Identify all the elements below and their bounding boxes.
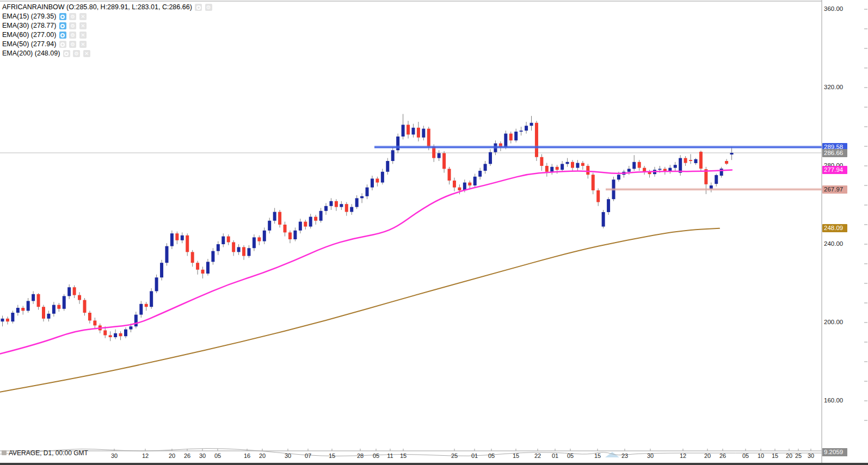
remove-x-icon[interactable]: ✕ — [83, 50, 90, 57]
visibility-eye-icon[interactable] — [59, 22, 66, 29]
candle-body — [715, 175, 718, 184]
date-label: 10 — [758, 452, 764, 459]
candle-body — [217, 244, 220, 251]
date-label: 30 — [285, 452, 291, 459]
visibility-eye-icon[interactable] — [59, 13, 66, 20]
settings-gear-icon[interactable]: ⚙ — [69, 41, 76, 48]
candle-body — [530, 123, 533, 126]
candle-body — [63, 296, 66, 308]
indicator-name: EMA(15) — [2, 13, 29, 20]
remove-x-icon[interactable]: ✕ — [79, 13, 87, 20]
candle-body — [556, 167, 559, 170]
candle-body — [617, 175, 620, 179]
settings-gear-icon[interactable]: ⚙ — [205, 4, 212, 11]
candle-body — [422, 129, 425, 138]
indicator-value: (277.00) — [31, 31, 57, 39]
y-tick-label: 200.00 — [824, 319, 843, 325]
date-label: 25 — [451, 452, 458, 459]
date-label: 16 — [244, 452, 250, 459]
candle-body — [42, 307, 45, 319]
indicator-label: EMA(15) (279.35) — [2, 13, 58, 20]
candle-body — [109, 335, 112, 337]
candle-body — [694, 159, 697, 163]
candle-body — [684, 158, 687, 163]
date-label: 05 — [488, 452, 495, 459]
candle-body — [514, 132, 518, 140]
ema50-line[interactable] — [0, 170, 732, 354]
lock-icon — [2, 450, 7, 455]
date-label: 30 — [111, 452, 118, 459]
candle-body — [16, 308, 20, 313]
date-label: 05 — [742, 452, 749, 459]
eye-icon — [60, 33, 65, 38]
date-label: 15 — [594, 452, 601, 459]
candle-body — [314, 217, 317, 221]
symbol-ohlc-values: (O:285.80, H:289.91, L:283.01, C:286.66) — [66, 3, 192, 11]
date-label: 25 — [795, 452, 802, 459]
date-label: 15 — [772, 452, 778, 459]
candle-body — [561, 164, 564, 170]
legend-row-ema60: EMA(60) (277.00) ⚙ ✕ — [2, 30, 212, 40]
candle-body — [170, 233, 174, 246]
settings-gear-icon[interactable]: ⚙ — [69, 13, 76, 20]
ema200-line[interactable] — [0, 228, 719, 392]
eye-icon — [60, 15, 65, 19]
indicator-value: (277.94) — [31, 40, 57, 48]
candle-body — [484, 164, 487, 171]
candle-body — [571, 162, 574, 168]
support-price-label: 267.97 — [822, 185, 847, 194]
remove-x-icon[interactable]: ✕ — [79, 32, 87, 39]
candle-body — [57, 305, 60, 309]
candle-body — [268, 221, 271, 231]
candle-body — [453, 181, 456, 188]
candle-body — [47, 314, 50, 319]
settings-gear-icon[interactable]: ⚙ — [73, 50, 80, 57]
candle-body — [468, 183, 471, 185]
date-label: 15 — [513, 452, 519, 459]
indicator-label: EMA(60) (277.00) — [2, 31, 58, 39]
visibility-eye-icon[interactable] — [195, 4, 202, 11]
chart-frame — [0, 0, 867, 465]
candle-body — [478, 171, 482, 177]
date-label: 05 — [567, 452, 574, 459]
candle-body — [221, 237, 225, 244]
candle-body — [88, 313, 91, 320]
visibility-eye-icon[interactable] — [59, 32, 66, 39]
indicator-value: (248.09) — [35, 49, 60, 57]
candle-body — [473, 177, 477, 185]
candle-body — [725, 161, 728, 164]
candle-body — [124, 330, 127, 337]
candle-body — [93, 320, 96, 325]
candle-body — [438, 153, 441, 158]
candle-body — [586, 166, 589, 175]
candle-body — [442, 153, 446, 169]
visibility-eye-icon[interactable] — [59, 41, 66, 48]
candlestick-chart[interactable] — [0, 0, 868, 465]
indicator-label: EMA(30) (278.77) — [2, 22, 58, 29]
settings-gear-icon[interactable]: ⚙ — [69, 22, 76, 29]
indicator-name: EMA(50) — [2, 40, 29, 48]
candle-body — [458, 188, 461, 190]
remove-x-icon[interactable]: ✕ — [79, 41, 87, 48]
date-label: 30 — [808, 452, 814, 459]
candle-body — [632, 162, 636, 169]
legend-row-ema15: EMA(15) (279.35) ⚙ ✕ — [2, 12, 212, 21]
indicator-label: EMA(50) (277.94) — [2, 40, 58, 48]
visibility-eye-icon[interactable] — [63, 50, 70, 57]
candle-body — [535, 123, 538, 157]
indicator-name: EMA(60) — [2, 31, 29, 39]
candle-body — [540, 157, 543, 166]
remove-x-icon[interactable]: ✕ — [79, 22, 87, 29]
candle-body — [263, 231, 266, 241]
candle-body — [402, 125, 405, 137]
candle-body — [11, 313, 14, 321]
candle-body — [381, 172, 384, 183]
date-label: 20 — [786, 452, 792, 459]
candle-body — [278, 212, 281, 225]
window-bottom-edge — [0, 463, 868, 465]
candle-body — [201, 270, 205, 274]
candle-body — [627, 169, 631, 171]
date-label: 20 — [704, 452, 711, 459]
candle-body — [6, 319, 9, 321]
settings-gear-icon[interactable]: ⚙ — [69, 32, 76, 39]
